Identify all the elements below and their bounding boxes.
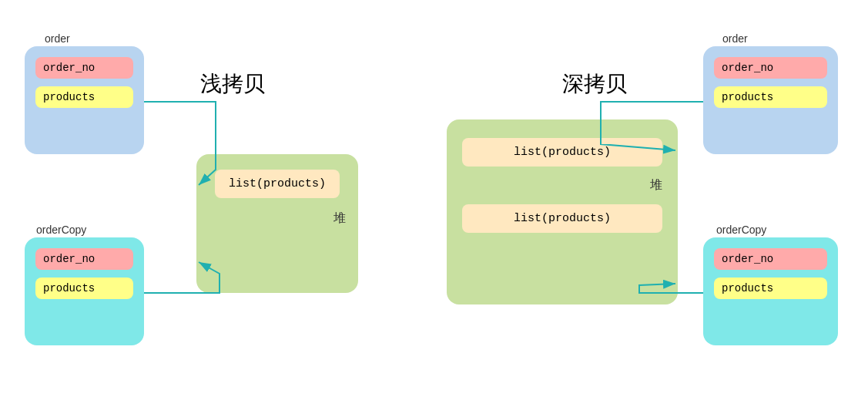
order-no-field-left: order_no (35, 57, 133, 79)
order-box-left: order_no products (25, 46, 144, 154)
order-label-right: order (722, 32, 748, 45)
list-products-left: list(products) (215, 170, 340, 198)
order-label-left: order (45, 32, 70, 45)
products-field-left-top: products (35, 86, 133, 108)
heap-box-left: list(products) 堆 (196, 154, 358, 293)
heap-box-right: list(products) 堆 list(products) (447, 119, 678, 304)
order-no-field-right: order_no (714, 57, 827, 79)
deep-copy-title: 深拷贝 (562, 69, 627, 99)
ordercopy-no-field-left: order_no (35, 248, 133, 270)
order-box-right: order_no products (703, 46, 838, 154)
ordercopy-label-left: orderCopy (36, 224, 86, 236)
shallow-copy-title: 浅拷贝 (200, 69, 265, 99)
heap-label-right: 堆 (462, 177, 662, 193)
diagram-container: 浅拷贝 order order_no products orderCopy or… (0, 0, 868, 397)
ordercopy-products-field-right: products (714, 278, 827, 299)
list-products-right-bottom: list(products) (462, 204, 662, 233)
ordercopy-box-right: order_no products (703, 237, 838, 345)
ordercopy-label-right: orderCopy (716, 224, 766, 236)
list-products-right-top: list(products) (462, 138, 662, 167)
ordercopy-no-field-right: order_no (714, 248, 827, 270)
ordercopy-products-field-left: products (35, 278, 133, 299)
products-field-right-top: products (714, 86, 827, 108)
ordercopy-box-left: order_no products (25, 237, 144, 345)
heap-label-left: 堆 (209, 210, 346, 227)
